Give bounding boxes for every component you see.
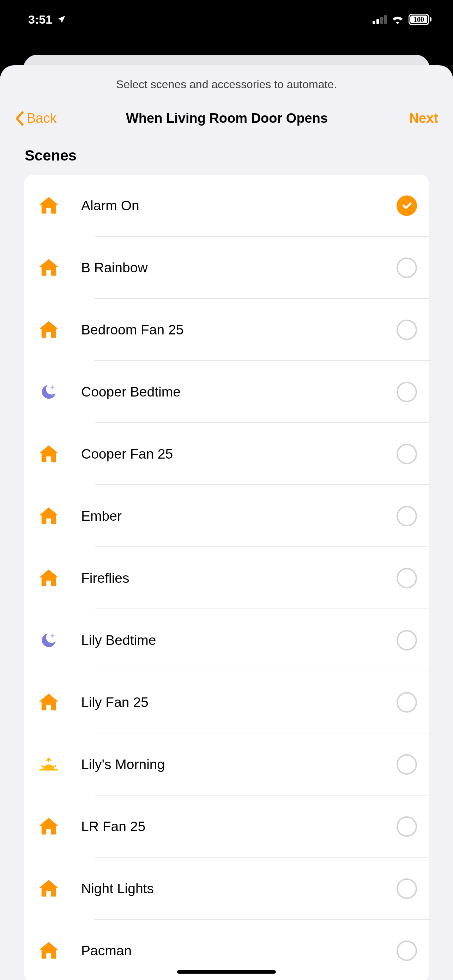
svg-rect-1	[377, 19, 379, 24]
house-icon	[38, 195, 59, 216]
house-icon	[38, 940, 59, 961]
scene-row[interactable]: Cooper Fan 25	[24, 423, 429, 485]
scene-row[interactable]: Fireflies	[24, 547, 429, 609]
scene-label: Lily Fan 25	[81, 695, 397, 710]
sunrise-icon	[38, 754, 59, 775]
selection-checkbox[interactable]	[397, 320, 417, 340]
scene-label: Cooper Fan 25	[81, 446, 397, 462]
home-indicator[interactable]	[177, 970, 276, 974]
moon-icon	[38, 630, 59, 651]
scene-label: Lily Bedtime	[81, 633, 397, 648]
selection-checkbox[interactable]	[397, 568, 417, 589]
svg-rect-0	[373, 21, 375, 24]
status-left: 3:51	[28, 13, 66, 27]
scene-row[interactable]: Lily Fan 25	[24, 671, 429, 733]
scene-row[interactable]: Lily Bedtime	[24, 609, 429, 671]
next-button[interactable]: Next	[409, 111, 438, 126]
scene-label: Fireflies	[81, 570, 397, 586]
house-icon	[38, 319, 59, 340]
chevron-left-icon	[15, 111, 24, 126]
scene-label: Ember	[81, 508, 397, 524]
scenes-list: Alarm OnB RainbowBedroom Fan 25Cooper Be…	[24, 175, 429, 980]
house-icon	[38, 568, 59, 589]
selection-checkbox[interactable]	[397, 940, 417, 961]
svg-rect-3	[384, 15, 387, 24]
selection-checkbox[interactable]	[397, 816, 417, 837]
nav-title: When Living Room Door Opens	[45, 111, 409, 126]
scene-label: Alarm On	[81, 198, 397, 213]
selection-checkbox[interactable]	[397, 196, 417, 216]
selection-checkbox[interactable]	[397, 506, 417, 527]
svg-text:100: 100	[413, 16, 424, 23]
scene-row[interactable]: Lily's Morning	[24, 733, 429, 795]
moon-icon	[38, 381, 59, 402]
selection-checkbox[interactable]	[397, 382, 417, 402]
selection-checkbox[interactable]	[397, 692, 417, 713]
status-right: 100	[373, 14, 432, 25]
house-icon	[38, 692, 59, 713]
house-icon	[38, 506, 59, 527]
selection-checkbox[interactable]	[397, 878, 417, 899]
house-icon	[38, 257, 59, 278]
scene-row[interactable]: LR Fan 25	[24, 795, 429, 858]
modal-sheet: Select scenes and accessories to automat…	[0, 65, 453, 980]
svg-rect-6	[430, 17, 431, 22]
battery-icon: 100	[408, 14, 432, 25]
scene-label: LR Fan 25	[81, 819, 397, 834]
scene-row[interactable]: Cooper Bedtime	[24, 361, 429, 423]
selection-checkbox[interactable]	[397, 258, 417, 278]
cellular-icon	[373, 15, 387, 24]
house-icon	[38, 816, 59, 837]
selection-checkbox[interactable]	[397, 754, 417, 775]
scene-row[interactable]: Alarm On	[24, 175, 429, 237]
scene-row[interactable]: Night Lights	[24, 858, 429, 920]
scene-label: Lily's Morning	[81, 757, 397, 772]
status-bar: 3:51 100	[0, 0, 453, 39]
scene-row[interactable]: B Rainbow	[24, 237, 429, 299]
sheet-subtitle: Select scenes and accessories to automat…	[0, 65, 453, 105]
house-icon	[38, 444, 59, 465]
house-icon	[38, 878, 59, 899]
scene-label: Night Lights	[81, 881, 397, 896]
svg-rect-2	[380, 17, 383, 24]
status-time: 3:51	[28, 13, 52, 27]
scene-label: Bedroom Fan 25	[81, 322, 397, 337]
selection-checkbox[interactable]	[397, 444, 417, 464]
selection-checkbox[interactable]	[397, 630, 417, 651]
scenes-header: Scenes	[0, 138, 453, 175]
nav-bar: Back When Living Room Door Opens Next	[0, 105, 453, 138]
scene-label: Pacman	[81, 943, 397, 958]
scene-row[interactable]: Ember	[24, 485, 429, 547]
scene-label: Cooper Bedtime	[81, 384, 397, 400]
location-icon	[56, 14, 66, 24]
scene-label: B Rainbow	[81, 260, 397, 275]
wifi-icon	[391, 14, 404, 24]
scene-row[interactable]: Bedroom Fan 25	[24, 299, 429, 361]
